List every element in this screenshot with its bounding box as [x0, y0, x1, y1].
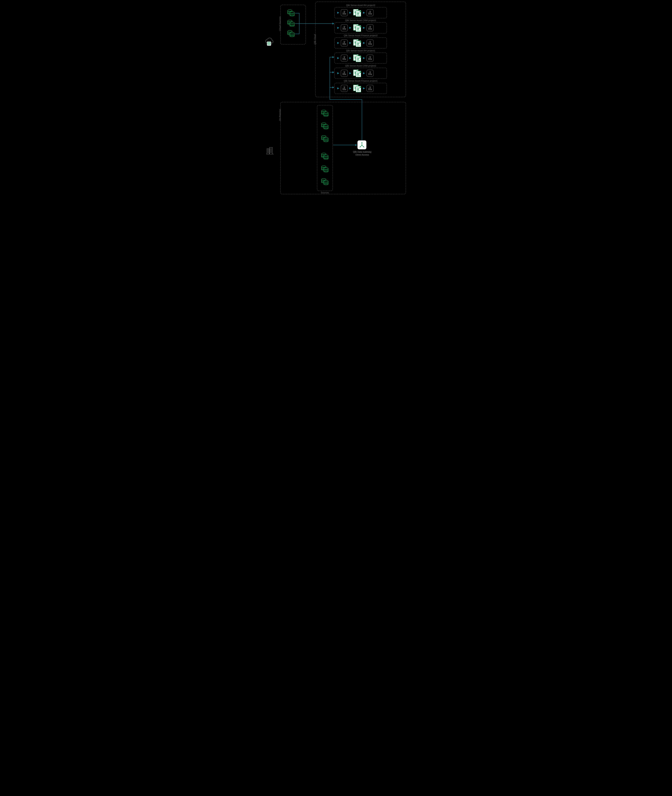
qvd-files-icon: QV QVD: [353, 24, 362, 32]
database-icon: [288, 10, 295, 16]
sources-container: [317, 105, 333, 191]
chart-icon: [366, 24, 374, 31]
flow-arrow-icon: [349, 12, 351, 14]
chart-icon: [366, 85, 374, 92]
flow-arrow-icon: [349, 27, 351, 29]
flow-arrow-icon: [363, 42, 365, 44]
gateway-label: Qlik Data Gateway Direct Access: [352, 151, 373, 156]
database-icon: [322, 123, 329, 130]
qlik-sense-asset: Qlik Sense Asset Finance project1 QV QVD: [334, 80, 387, 94]
architecture-diagram: Qlik Cloud Cloud Sources Qlik Sense Asse…: [260, 0, 412, 199]
flow-arrow-icon: [363, 12, 365, 14]
qvd-files-icon: QV QVD: [353, 9, 362, 17]
asset-title: Qlik Sense Asset Finance project1: [334, 80, 387, 82]
chart-icon: [341, 85, 348, 92]
flow-arrow-icon: [363, 27, 365, 29]
qvd-files-icon: QV QVD: [353, 54, 362, 62]
cloud-icon: [264, 37, 274, 47]
qlik-data-gateway-icon: [357, 140, 366, 149]
flow-arrow-icon: [349, 42, 351, 44]
building-icon: [266, 146, 274, 155]
qlik-sense-asset: Qlik Sense Asset CRM project1 QV QVD: [334, 19, 387, 34]
chart-icon: [366, 9, 374, 16]
asset-title: Qlik Sense Asset RH project2: [334, 4, 387, 6]
qlik-sense-asset: Qlik Sense Asset RH project1 QV QVD: [334, 49, 387, 64]
chart-icon: [341, 70, 348, 77]
chart-icon: [366, 70, 374, 77]
flow-arrow-icon: [363, 87, 365, 89]
qvd-files-icon: QV QVD: [353, 39, 362, 47]
chart-icon: [366, 40, 374, 47]
flow-arrow-icon: [337, 87, 339, 89]
chart-icon: [341, 40, 348, 47]
qlik-sense-asset: Qlik Sense Asset CRM project2 QV QVD: [334, 64, 387, 79]
svg-marker-16: [360, 146, 361, 148]
flow-arrow-icon: [363, 72, 365, 74]
asset-title: Qlik Sense Asset CRM project1: [334, 19, 387, 22]
qlik-sense-asset: Qlik Sense Asset RH project2 QV QVD: [334, 4, 387, 18]
flow-arrow-icon: [337, 42, 339, 44]
database-icon: [322, 135, 329, 142]
chart-icon: [341, 24, 348, 31]
flow-arrow-icon: [337, 12, 339, 14]
flow-arrow-icon: [337, 27, 339, 29]
database-icon: [288, 30, 295, 37]
svg-marker-15: [361, 142, 363, 143]
flow-arrow-icon: [349, 72, 351, 74]
flow-arrow-icon: [337, 57, 339, 59]
database-icon: [288, 20, 295, 27]
chart-icon: [341, 9, 348, 16]
database-icon: [322, 178, 329, 185]
sources-label: Sources: [320, 191, 330, 194]
flow-arrow-icon: [349, 87, 351, 89]
svg-marker-17: [363, 146, 364, 148]
qvd-files-icon: QV QVD: [353, 84, 362, 92]
on-premise-container: [280, 102, 406, 194]
qlik-cloud-label: Qlik Cloud: [314, 34, 316, 45]
chart-icon: [366, 55, 374, 62]
flow-arrow-icon: [337, 72, 339, 74]
flow-arrow-icon: [349, 57, 351, 59]
chart-icon: [341, 55, 348, 62]
cloud-sources-label: Cloud Sources: [279, 16, 281, 31]
asset-title: Qlik Sense Asset Finance project2: [334, 34, 387, 37]
asset-title: Qlik Sense Asset RH project1: [334, 49, 387, 52]
asset-title: Qlik Sense Asset CRM project2: [334, 64, 387, 67]
database-icon: [322, 153, 329, 160]
qlik-sense-asset: Qlik Sense Asset Finance project2 QV QVD: [334, 34, 387, 48]
on-premise-label: On-Premise: [279, 109, 281, 121]
flow-arrow-icon: [363, 57, 365, 59]
database-icon: [322, 110, 329, 117]
database-icon: [322, 165, 329, 173]
qvd-files-icon: QV QVD: [353, 69, 362, 77]
